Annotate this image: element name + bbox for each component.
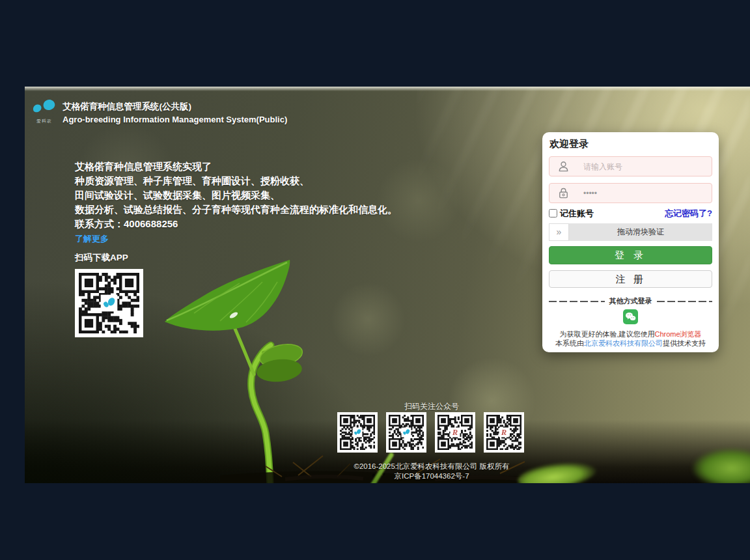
- qr-code-canvas: [79, 273, 139, 333]
- intro-line: 艾格偌育种信息管理系统实现了: [75, 160, 492, 174]
- copyright-line: ©2016-2025北京爱科农科技有限公司 版权所有: [301, 462, 562, 471]
- logo-caption: 爱科农: [31, 118, 57, 124]
- official-account-qr: [337, 412, 378, 453]
- remember-label: 记住账号: [560, 208, 594, 219]
- support-tip: 本系统由北京爱科农科技有限公司提供技术支持: [542, 339, 719, 348]
- qr-code-canvas: [389, 415, 424, 450]
- browser-tip: 为获取更好的体验,建议您使用Chrome浏览器: [542, 329, 719, 339]
- remember-checkbox[interactable]: [549, 209, 557, 217]
- intro-line: 种质资源管理、种子库管理、育种圃设计、授粉收获、: [75, 174, 492, 188]
- password-input[interactable]: [583, 189, 694, 198]
- double-chevron-icon: »: [557, 227, 562, 237]
- login-panel: 欢迎登录 记住账号 忘记密码了? » 拖动滑块验证: [542, 132, 719, 352]
- qr-code-canvas: [486, 415, 521, 450]
- password-field[interactable]: [549, 183, 712, 203]
- lock-icon: [557, 187, 570, 199]
- login-page: 爱科农 艾格偌育种信息管理系统(公共版) Agro-breeding Infor…: [25, 87, 750, 483]
- slider-track: 拖动滑块验证: [569, 223, 712, 241]
- wechat-icon: [625, 312, 636, 322]
- account-input[interactable]: [583, 162, 694, 171]
- follow-qr-label: 扫码关注公众号: [301, 401, 562, 412]
- icp-line: 京ICP备17044362号-7: [301, 471, 562, 481]
- qr-code-canvas: [438, 415, 473, 450]
- intro-line-contact: 联系方式：4006688256: [75, 217, 492, 231]
- slider-handle[interactable]: »: [549, 223, 569, 241]
- aikenong-logo-icon: [32, 98, 57, 116]
- chrome-highlight: Chrome浏览器: [654, 330, 701, 338]
- qr-code-canvas: [340, 415, 375, 450]
- learn-more-link[interactable]: 了解更多: [75, 233, 109, 245]
- register-button[interactable]: 注 册: [549, 270, 712, 288]
- official-account-qr: [386, 412, 426, 453]
- divider-line: [657, 301, 713, 302]
- divider-label: 其他方式登录: [609, 296, 652, 306]
- company-link[interactable]: 北京爱科农科技有限公司: [584, 339, 663, 347]
- official-account-qr: [484, 412, 524, 453]
- app-qr-label: 扫码下载APP: [75, 252, 492, 264]
- app-title-zh: 艾格偌育种信息管理系统(公共版): [62, 101, 287, 113]
- remember-row: 记住账号 忘记密码了?: [549, 208, 712, 219]
- divider-line: [549, 301, 605, 302]
- brand-header: 爱科农 艾格偌育种信息管理系统(公共版) Agro-breeding Infor…: [31, 98, 287, 124]
- intro-line: 数据分析、试验总结报告、分子育种等现代育种全流程的标准化和信息化。: [75, 203, 492, 217]
- app-download-qr: [75, 269, 143, 337]
- account-field[interactable]: [549, 156, 712, 176]
- login-title: 欢迎登录: [549, 138, 589, 150]
- login-button[interactable]: 登 录: [549, 246, 712, 264]
- intro-section: 艾格偌育种信息管理系统实现了 种质资源管理、种子库管理、育种圃设计、授粉收获、 …: [75, 160, 492, 337]
- intro-line: 田间试验设计、试验数据采集、图片视频采集、: [75, 188, 492, 203]
- app-logo: 爱科农: [31, 98, 57, 124]
- forgot-password-link[interactable]: 忘记密码了?: [665, 208, 712, 219]
- wechat-login-button[interactable]: [623, 309, 638, 324]
- captcha-slider: » 拖动滑块验证: [549, 223, 712, 241]
- app-title-en: Agro-breeding Information Management Sys…: [62, 115, 287, 124]
- user-icon: [557, 160, 570, 173]
- official-account-qr: [435, 412, 475, 453]
- other-login-divider: 其他方式登录: [549, 296, 712, 306]
- follow-qr-row: [337, 412, 524, 453]
